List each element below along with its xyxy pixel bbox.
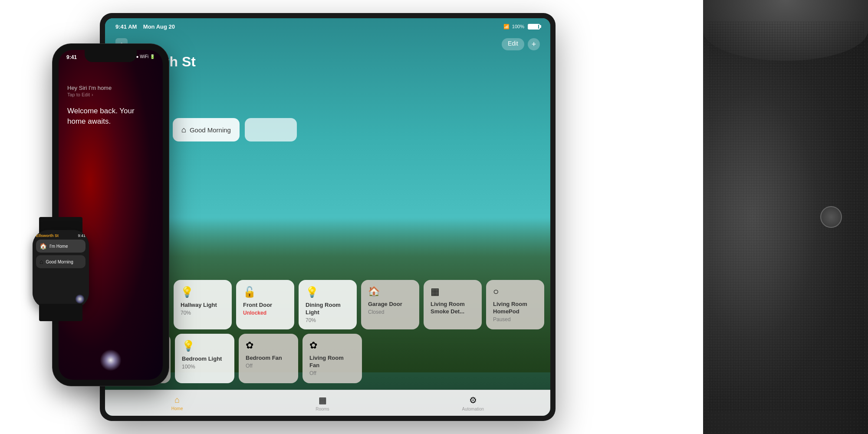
tile-status: 100% (182, 364, 227, 370)
watch-morning-icon: ⌂ (39, 258, 43, 265)
tile-front-door[interactable]: 🔓 Front Door Unlocked (236, 280, 294, 329)
tab-home-icon: ⌂ (174, 395, 180, 405)
homepod-icon: ○ (493, 286, 537, 297)
iphone-device: 9:41 ●●● WiFi 🔋 Hey Siri I'm home Tap to… (52, 43, 169, 386)
tile-bedroom-light[interactable]: 💡 Bedroom Light 100% (175, 334, 234, 383)
subtitle-line1: unlocked. (115, 72, 540, 80)
light-icon: 💡 (181, 286, 225, 298)
good-morning-label: Good Morning (190, 126, 231, 134)
tile-status: Closed (368, 309, 412, 315)
watch-screen: Ellsworth St 9:41 🏠 I'm Home ⌂ Good Morn… (33, 230, 89, 308)
ipad-tiles: ≡ Living RoomShades Open 💡 Hallway Light… (105, 280, 550, 388)
tile-name: Bedroom Fan (246, 355, 291, 362)
tab-home-label: Home (171, 406, 183, 411)
iphone-time: 9:41 (66, 54, 77, 60)
watch-location: Ellsworth St (36, 233, 59, 238)
tab-automation-label: Automation (462, 407, 484, 411)
tile-homepod[interactable]: ○ Living Room HomePod Paused (486, 280, 544, 329)
homepod-body (703, 0, 868, 434)
tile-name: Garage Door (368, 301, 412, 308)
tile-living-room-fan[interactable]: ✿ Living Room Fan Off (302, 334, 362, 383)
smoke-icon: ▦ (431, 286, 475, 297)
tile-name: Living Room Smoke Det... (431, 301, 475, 316)
tab-rooms-icon: ▦ (319, 395, 327, 405)
scene-button-good-morning[interactable]: ⌂ Good Morning (173, 118, 240, 141)
lock-icon: 🔓 (243, 286, 287, 298)
ipad-header: ⌂ Edit + Ellsworth St unlocked. blinds o… (105, 35, 550, 89)
add-button[interactable]: + (528, 38, 540, 50)
iphone-notch (85, 50, 137, 62)
subtitle-line2: blinds open. (115, 80, 540, 89)
tile-dining-room-light[interactable]: 💡 Dining Room Light 70% (299, 280, 357, 329)
tile-status-unlocked: Unlocked (243, 310, 287, 316)
tile-hallway-light[interactable]: 💡 Hallway Light 70% (174, 280, 232, 329)
tile-name: Front Door (243, 302, 287, 309)
siri-tap-to-edit[interactable]: Tap to Edit › (67, 92, 154, 97)
tile-status: Off (309, 370, 355, 376)
chevron-icon: › (92, 92, 93, 97)
homepod (703, 0, 868, 434)
watch-card-good-morning[interactable]: ⌂ Good Morning (36, 255, 85, 268)
siri-orb (100, 349, 122, 371)
ipad-time: 9:41 AM Mon Aug 20 (115, 23, 175, 30)
garage-icon: 🏠 (368, 286, 412, 297)
scene-button-extra[interactable] (245, 118, 297, 141)
tile-smoke-detector[interactable]: ▦ Living Room Smoke Det... (424, 280, 482, 329)
ipad-status-icons: 📶 100% (503, 24, 540, 30)
edit-button[interactable]: Edit (502, 38, 524, 50)
bedroom-fan-icon: ✿ (246, 340, 291, 351)
bedroom-light-icon: 💡 (182, 340, 227, 352)
ipad-screen: 9:41 AM Mon Aug 20 📶 100% ⌂ (105, 18, 550, 416)
tab-home[interactable]: ⌂ Home (171, 395, 183, 411)
wifi-icon: 📶 (503, 24, 510, 30)
tile-name: Dining Room Light (306, 302, 350, 316)
watch-home-icon: 🏠 (39, 243, 47, 250)
tile-status: Off (246, 363, 291, 369)
ipad-nav-right: Edit + (502, 38, 540, 50)
iphone-content: Hey Siri I'm home Tap to Edit › Welcome … (59, 85, 163, 127)
dining-light-icon: 💡 (306, 286, 350, 298)
ipad-tabbar: ⌂ Home ▦ Rooms ⚙ Automation (105, 390, 550, 416)
location-title: Ellsworth St (115, 54, 540, 70)
tiles-row-1: ≡ Living RoomShades Open 💡 Hallway Light… (111, 280, 544, 329)
siri-response: Welcome back. Your home awaits. (67, 106, 154, 127)
living-room-fan-icon: ✿ (309, 340, 355, 351)
tile-status: 70% (181, 310, 225, 316)
tile-status: 70% (306, 317, 350, 323)
ipad-navbar: ⌂ Edit + (115, 38, 540, 50)
watch-band-bottom (39, 304, 82, 321)
battery-label: 100% (512, 24, 524, 29)
tab-automation-icon: ⚙ (469, 395, 477, 405)
watch-statusbar: Ellsworth St 9:41 (36, 233, 85, 238)
ipad-statusbar: 9:41 AM Mon Aug 20 📶 100% (105, 18, 550, 35)
good-morning-icon: ⌂ (181, 125, 186, 135)
watch-siri-indicator (75, 294, 85, 304)
tile-name: Bedroom Light (182, 355, 227, 363)
tile-name: Hallway Light (181, 302, 225, 309)
watch-body: Ellsworth St 9:41 🏠 I'm Home ⌂ Good Morn… (33, 230, 89, 308)
watch-time: 9:41 (78, 233, 85, 238)
tile-garage-door[interactable]: 🏠 Garage Door Closed (361, 280, 419, 329)
tab-rooms-label: Rooms (316, 407, 329, 411)
tile-bedroom-fan[interactable]: ✿ Bedroom Fan Off (239, 334, 298, 383)
tab-automation[interactable]: ⚙ Automation (462, 395, 484, 411)
iphone-screen: 9:41 ●●● WiFi 🔋 Hey Siri I'm home Tap to… (59, 50, 163, 380)
tile-name: Living Room HomePod (493, 301, 537, 316)
siri-prompt: Hey Siri I'm home (67, 85, 154, 91)
tile-status: Paused (493, 316, 537, 322)
watch-card-label: I'm Home (49, 244, 68, 249)
watch-card-im-home[interactable]: 🏠 I'm Home (36, 240, 85, 253)
tab-rooms[interactable]: ▦ Rooms (316, 395, 329, 411)
scene: 9:41 AM Mon Aug 20 📶 100% ⌂ (0, 0, 868, 434)
homepod-button[interactable] (820, 206, 842, 228)
ipad-scenes: ⌂ Good Morning (115, 118, 540, 141)
tile-name: Living Room Fan (309, 355, 355, 369)
watch-card-morning-label: Good Morning (46, 260, 73, 264)
apple-watch: Ellsworth St 9:41 🏠 I'm Home ⌂ Good Morn… (26, 217, 95, 321)
battery-icon (528, 24, 540, 30)
tiles-row-2: ≡ Bedroom Shades Closed 💡 Bedroom Light … (111, 334, 544, 383)
